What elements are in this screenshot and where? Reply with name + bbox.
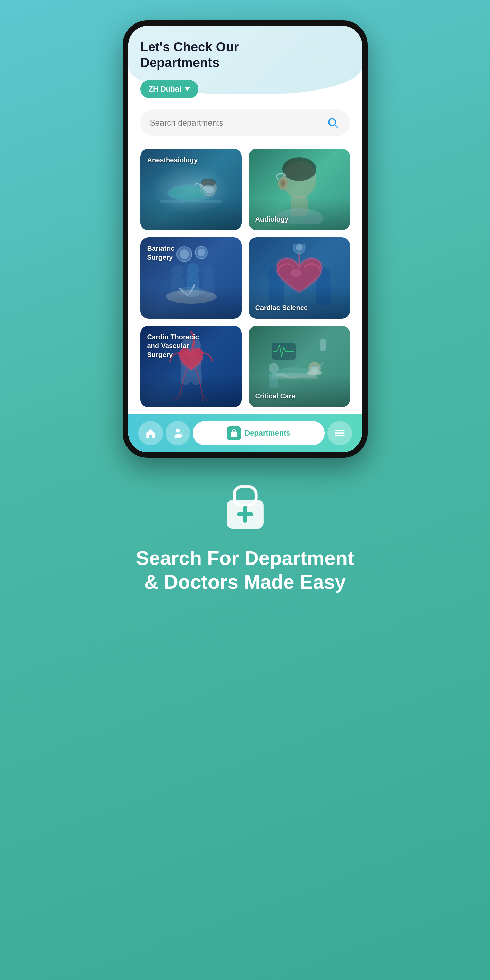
svg-point-12 bbox=[281, 180, 285, 186]
svg-rect-45 bbox=[320, 339, 326, 351]
dept-card-label-audiology: Audiology bbox=[255, 215, 343, 224]
svg-point-50 bbox=[176, 429, 179, 433]
svg-point-9 bbox=[282, 157, 316, 181]
below-phone-content: Search For Department & Doctors Made Eas… bbox=[123, 485, 368, 627]
nav-departments-button[interactable]: Departments bbox=[193, 421, 325, 445]
home-icon bbox=[145, 427, 156, 439]
location-label: ZH Dubai bbox=[149, 85, 182, 94]
svg-point-19 bbox=[171, 265, 184, 277]
svg-point-48 bbox=[269, 363, 279, 373]
svg-line-1 bbox=[335, 124, 337, 127]
svg-point-21 bbox=[187, 263, 199, 275]
phone-screen: Let's Check Our Departments ZH Dubai bbox=[128, 26, 362, 452]
nav-doctors-button[interactable] bbox=[166, 421, 190, 445]
dept-card-cardiac[interactable]: Cardiac Science bbox=[249, 237, 350, 319]
nav-departments-icon-bg bbox=[227, 426, 241, 440]
bottom-nav: Departments bbox=[128, 414, 362, 452]
dept-card-label-bariatric: Bariatric Surgery bbox=[147, 244, 201, 262]
svg-point-35 bbox=[296, 244, 303, 251]
page-title: Let's Check Our Departments bbox=[140, 40, 350, 70]
doctors-icon bbox=[172, 427, 184, 439]
phone-frame: Let's Check Our Departments ZH Dubai bbox=[123, 21, 368, 458]
dept-card-criticalcare[interactable]: Critical Care bbox=[249, 326, 350, 407]
svg-point-33 bbox=[291, 269, 301, 277]
svg-point-43 bbox=[311, 366, 319, 372]
dept-card-label-anesthesiology: Anesthesiology bbox=[147, 156, 198, 164]
dept-card-label-cardiac: Cardiac Science bbox=[255, 303, 343, 312]
phone-wrapper: Let's Check Our Departments ZH Dubai bbox=[123, 21, 368, 627]
location-button[interactable]: ZH Dubai bbox=[140, 80, 198, 98]
svg-point-23 bbox=[203, 266, 214, 277]
tagline: Search For Department & Doctors Made Eas… bbox=[136, 546, 354, 593]
nav-departments-label: Departments bbox=[244, 429, 290, 438]
search-icon[interactable] bbox=[325, 115, 340, 130]
dept-card-bariatric[interactable]: Bariatric Surgery bbox=[140, 237, 242, 319]
search-bar bbox=[140, 109, 350, 137]
search-input[interactable] bbox=[150, 118, 321, 127]
nav-home-button[interactable] bbox=[138, 421, 163, 445]
dept-card-cardiothoracic[interactable]: Cardio Thoracic and Vascular Surgery bbox=[140, 326, 242, 407]
app-container: Let's Check Our Departments ZH Dubai bbox=[123, 21, 368, 627]
dept-card-anesthesiology[interactable]: Anesthesiology bbox=[140, 149, 242, 231]
menu-icon bbox=[334, 427, 346, 439]
dept-card-label-cardiothoracic: Cardio Thoracic and Vascular Surgery bbox=[147, 332, 201, 359]
screen-content: Let's Check Our Departments ZH Dubai bbox=[128, 26, 362, 452]
chevron-down-icon bbox=[185, 88, 190, 91]
big-bag-icon bbox=[221, 485, 269, 533]
nav-menu-button[interactable] bbox=[327, 421, 352, 445]
dept-card-audiology[interactable]: Audiology bbox=[249, 149, 350, 231]
departments-grid: Anesthesiology bbox=[140, 149, 350, 414]
plus-bag-icon bbox=[230, 429, 238, 438]
dept-card-label-criticalcare: Critical Care bbox=[255, 392, 343, 401]
